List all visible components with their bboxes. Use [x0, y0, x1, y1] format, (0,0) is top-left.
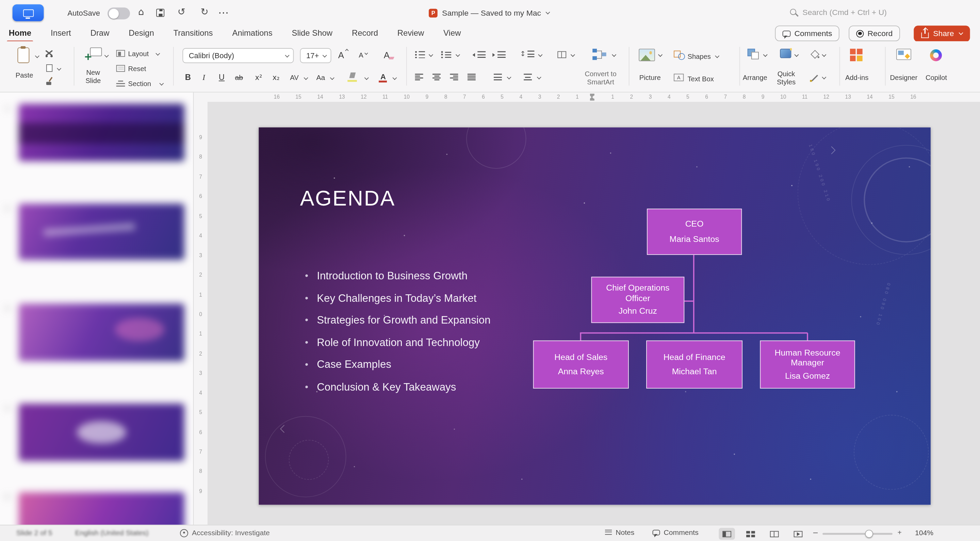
- convert-smartart-icon[interactable]: [592, 49, 607, 60]
- paste-icon[interactable]: [18, 48, 29, 63]
- chevron-down-icon[interactable]: [546, 10, 551, 16]
- italic-button[interactable]: I: [202, 73, 205, 81]
- tab-animations[interactable]: Animations: [232, 25, 273, 43]
- bullets-chevron[interactable]: [429, 53, 433, 57]
- font-color-icon[interactable]: A: [379, 72, 388, 82]
- underline-button[interactable]: U: [219, 73, 224, 81]
- tab-home[interactable]: Home: [8, 25, 32, 43]
- clear-formatting-button[interactable]: A: [384, 51, 390, 60]
- save-icon[interactable]: [156, 9, 164, 17]
- highlight-color-chevron[interactable]: [364, 76, 369, 80]
- slide-thumbnail-2[interactable]: [19, 204, 185, 260]
- layout-icon[interactable]: [116, 50, 125, 57]
- autosave-toggle[interactable]: [108, 8, 130, 19]
- shape-outline-chevron[interactable]: [822, 75, 826, 79]
- section-dropdown-chevron[interactable]: [159, 81, 164, 86]
- change-case-chevron[interactable]: [330, 76, 334, 80]
- zoom-percentage[interactable]: 104%: [915, 529, 933, 536]
- designer-label[interactable]: Designer: [888, 74, 920, 82]
- line-spacing-chevron[interactable]: [538, 53, 542, 57]
- arrange-label[interactable]: Arrange: [737, 74, 772, 82]
- shapes-chevron[interactable]: [715, 54, 719, 58]
- highlight-color-icon[interactable]: [347, 72, 357, 82]
- subscript-button[interactable]: x₂: [272, 74, 280, 81]
- slide-thumbnail-3[interactable]: [19, 304, 185, 361]
- undo-icon[interactable]: ↺: [178, 8, 185, 17]
- text-direction-icon[interactable]: [494, 74, 502, 81]
- bullet-item[interactable]: Role of Innovation and Technology: [304, 337, 535, 349]
- arrange-chevron[interactable]: [763, 53, 768, 57]
- designer-icon[interactable]: [896, 49, 911, 60]
- slide-thumbnail-1[interactable]: [19, 104, 185, 161]
- new-slide-icon[interactable]: [85, 48, 102, 61]
- normal-view-button[interactable]: [719, 528, 735, 539]
- picture-icon[interactable]: [639, 49, 655, 61]
- tab-transitions[interactable]: Transitions: [173, 25, 214, 43]
- indent-marker-bottom[interactable]: [590, 99, 595, 101]
- section-icon[interactable]: [116, 80, 125, 87]
- copilot-label[interactable]: Copilot: [923, 74, 950, 82]
- text-box-label[interactable]: Text Box: [687, 75, 714, 83]
- zoom-slider-knob[interactable]: [865, 530, 873, 538]
- app-icon[interactable]: [13, 5, 44, 21]
- add-ins-icon[interactable]: [850, 49, 862, 61]
- numbering-chevron[interactable]: [456, 53, 460, 57]
- superscript-button[interactable]: x²: [255, 74, 262, 81]
- tab-draw[interactable]: Draw: [90, 25, 110, 43]
- org-box-head-of-finance[interactable]: Head of Finance Michael Tan: [646, 341, 743, 388]
- layout-dropdown-chevron[interactable]: [156, 51, 160, 56]
- tab-view[interactable]: View: [443, 25, 461, 43]
- section-label[interactable]: Section: [128, 80, 151, 88]
- bullet-item[interactable]: Introduction to Business Growth: [304, 270, 535, 282]
- shape-outline-icon[interactable]: [810, 74, 819, 82]
- align-center-icon[interactable]: [433, 74, 441, 81]
- bullet-item[interactable]: Case Examples: [304, 359, 535, 371]
- bullet-item[interactable]: Conclusion & Key Takeaways: [304, 381, 535, 393]
- align-right-icon[interactable]: [450, 74, 458, 81]
- shape-fill-icon[interactable]: [810, 50, 819, 58]
- document-title[interactable]: Sample — Saved to my Mac: [442, 9, 541, 18]
- picture-chevron[interactable]: [658, 53, 662, 57]
- columns-icon[interactable]: [557, 51, 566, 58]
- search-icon[interactable]: [790, 9, 796, 15]
- shrink-font-button[interactable]: A: [359, 52, 363, 59]
- bullet-item[interactable]: Strategies for Growth and Expansion: [304, 314, 535, 327]
- picture-label[interactable]: Picture: [633, 74, 666, 82]
- home-icon[interactable]: ⌂: [138, 8, 144, 17]
- align-text-vertical-icon[interactable]: [524, 74, 532, 81]
- language-status[interactable]: English (United States): [75, 529, 148, 536]
- font-color-chevron[interactable]: [392, 76, 397, 80]
- change-case-button[interactable]: Aa: [316, 74, 325, 81]
- font-name-combobox[interactable]: Calibri (Body): [182, 48, 294, 63]
- zoom-in-button[interactable]: +: [898, 528, 902, 536]
- add-ins-label[interactable]: Add-ins: [843, 74, 871, 82]
- comments-button[interactable]: Comments: [775, 25, 840, 41]
- font-size-combobox[interactable]: 17+: [300, 48, 331, 63]
- copy-icon[interactable]: [46, 64, 52, 72]
- zoom-slider-track[interactable]: [822, 533, 892, 535]
- paste-dropdown-chevron[interactable]: [35, 54, 40, 58]
- slide-thumbnail-4[interactable]: [19, 404, 185, 461]
- notes-button[interactable]: Notes: [605, 528, 634, 536]
- numbering-icon[interactable]: [441, 51, 451, 58]
- org-box-coo[interactable]: Chief Operations Officer John Cruz: [592, 277, 685, 323]
- text-direction-chevron[interactable]: [507, 75, 511, 79]
- comments-panel-button[interactable]: Comments: [653, 528, 698, 536]
- bullets-icon[interactable]: [415, 51, 425, 58]
- convert-smartart-chevron[interactable]: [612, 53, 616, 57]
- slide-sorter-view-button[interactable]: [743, 528, 759, 539]
- paste-label[interactable]: Paste: [11, 71, 38, 79]
- org-box-head-of-sales[interactable]: Head of Sales Anna Reyes: [533, 341, 629, 388]
- grow-font-button[interactable]: A: [338, 51, 344, 60]
- search-input[interactable]: Search (Cmd + Ctrl + U): [802, 8, 887, 17]
- slide-canvas[interactable]: 180 190 200 210 080 090 100 AGENDA Intro…: [259, 127, 930, 505]
- strikethrough-button[interactable]: ab: [235, 74, 243, 81]
- arrange-icon[interactable]: [748, 49, 757, 58]
- slideshow-view-button[interactable]: [790, 528, 807, 539]
- new-slide-label[interactable]: New Slide: [79, 69, 107, 85]
- tab-record[interactable]: Record: [351, 25, 379, 43]
- shape-fill-chevron[interactable]: [822, 53, 826, 57]
- zoom-out-button[interactable]: −: [813, 528, 819, 537]
- accessibility-status[interactable]: Accessibility: Investigate: [192, 529, 270, 536]
- org-box-hr-manager[interactable]: Human Resource Manager Lisa Gomez: [760, 341, 855, 388]
